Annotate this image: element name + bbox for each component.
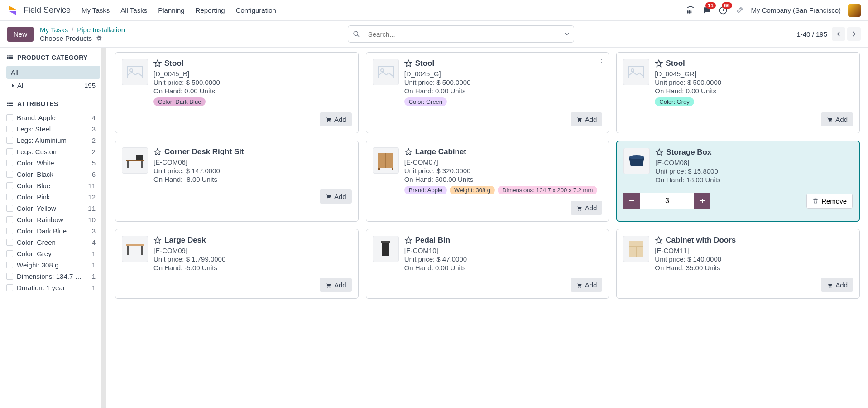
product-name: Large Desk (164, 236, 206, 245)
product-card[interactable]: Stool [D_0045_GR] Unit price: $ 500.0000… (616, 52, 860, 133)
company-name[interactable]: My Company (San Francisco) (751, 6, 841, 14)
svg-rect-24 (378, 66, 393, 78)
product-name: Stool (415, 59, 435, 68)
checkbox[interactable] (6, 137, 13, 144)
product-name: Cabinet with Doors (666, 236, 736, 245)
checkbox[interactable] (6, 160, 13, 166)
attribute-filter[interactable]: Duration: 1 year1 (6, 282, 100, 293)
checkbox[interactable] (6, 126, 13, 132)
attribute-filter[interactable]: Legs: Steel3 (6, 123, 100, 135)
product-card[interactable]: ⋮ Stool [D_0045_G] Unit price: $ 500.000… (366, 52, 609, 133)
add-button[interactable]: Add (571, 201, 603, 215)
checkbox[interactable] (6, 273, 13, 280)
star-icon[interactable] (404, 236, 412, 244)
attribute-filter[interactable]: Color: Dark Blue3 (6, 225, 100, 237)
star-icon[interactable] (404, 148, 412, 156)
attribute-filter[interactable]: Color: Rainbow10 (6, 214, 100, 225)
category-all-row[interactable]: All 195 (6, 79, 100, 92)
gear-icon[interactable] (96, 35, 102, 42)
checkbox[interactable] (6, 262, 13, 268)
add-button[interactable]: Add (821, 278, 853, 292)
add-button[interactable]: Add (571, 112, 603, 126)
star-icon[interactable] (655, 236, 663, 244)
product-card[interactable]: Pedal Bin [E-COM10] Unit price: $ 47.000… (366, 229, 609, 299)
product-card[interactable]: Large Cabinet [E-COM07] Unit price: $ 32… (366, 141, 609, 222)
nav-item[interactable]: My Tasks (82, 6, 110, 14)
checkbox[interactable] (6, 194, 13, 200)
checkbox[interactable] (6, 228, 13, 234)
product-card[interactable]: Stool [D_0045_B] Unit price: $ 500.0000 … (115, 52, 359, 133)
attribute-filter[interactable]: Legs: Custom2 (6, 146, 100, 157)
checkbox[interactable] (6, 284, 13, 291)
attr-count: 2 (92, 136, 96, 144)
breadcrumb-task[interactable]: Pipe Installation (77, 26, 125, 34)
qty-plus-button[interactable] (694, 193, 710, 209)
attribute-filter[interactable]: Weight: 308 g1 (6, 259, 100, 271)
nav-item[interactable]: Configuration (236, 6, 276, 14)
kebab-icon[interactable]: ⋮ (599, 56, 605, 63)
add-button[interactable]: Add (821, 112, 853, 126)
attribute-filter[interactable]: Color: Green4 (6, 237, 100, 248)
attribute-filter[interactable]: Color: Black6 (6, 169, 100, 180)
star-icon[interactable] (404, 59, 412, 68)
checkbox[interactable] (6, 250, 13, 257)
attribute-filter[interactable]: Color: Grey1 (6, 248, 100, 259)
attribute-filter[interactable]: Color: Blue11 (6, 180, 100, 191)
svg-point-60 (829, 287, 830, 287)
pager-text[interactable]: 1-40 / 195 (796, 30, 827, 38)
checkbox[interactable] (6, 171, 13, 178)
breadcrumb-mytasks[interactable]: My Tasks (40, 26, 68, 34)
nav-item[interactable]: Planning (158, 6, 184, 14)
pager-next[interactable] (847, 27, 861, 41)
search-input[interactable] (364, 30, 560, 38)
product-onhand: On Hand: 0.00 Units (404, 87, 603, 95)
checkbox[interactable] (6, 205, 13, 212)
star-icon[interactable] (153, 236, 162, 244)
svg-point-37 (330, 198, 331, 199)
add-button[interactable]: Add (320, 278, 352, 292)
checkbox[interactable] (6, 239, 13, 246)
nav-item[interactable]: All Tasks (120, 6, 147, 14)
product-card[interactable]: Large Desk [E-COM09] Unit price: $ 1,799… (115, 229, 359, 299)
remove-button[interactable]: Remove (806, 194, 853, 209)
add-button[interactable]: Add (320, 112, 352, 126)
avatar[interactable] (848, 4, 861, 17)
checkbox[interactable] (6, 216, 13, 223)
svg-rect-53 (382, 242, 389, 256)
product-card[interactable]: Storage Box [E-COM08] Unit price: $ 15.8… (616, 141, 860, 222)
qty-minus-button[interactable] (623, 193, 640, 209)
add-button[interactable]: Add (320, 189, 352, 204)
attribute-filter[interactable]: Color: White5 (6, 157, 100, 169)
new-button[interactable]: New (7, 27, 34, 42)
attribute-filter[interactable]: Brand: Apple4 (6, 112, 100, 123)
nav-item[interactable]: Reporting (196, 6, 225, 14)
product-name: Storage Box (666, 148, 711, 157)
product-card[interactable]: Corner Desk Right Sit [E-COM06] Unit pri… (115, 141, 359, 222)
chat-icon[interactable]: 11 (702, 6, 711, 15)
product-card[interactable]: Cabinet with Doors [E-COM11] Unit price:… (616, 229, 860, 299)
product-thumb (122, 59, 148, 85)
svg-rect-47 (702, 199, 703, 203)
phone-icon[interactable] (686, 6, 695, 15)
app-logo-icon (7, 5, 18, 16)
attribute-filter[interactable]: Color: Pink12 (6, 191, 100, 203)
attribute-filter[interactable]: Legs: Aluminium2 (6, 135, 100, 146)
product-sku: [D_0045_G] (404, 70, 603, 78)
star-icon[interactable] (153, 148, 162, 156)
checkbox[interactable] (6, 148, 13, 155)
attribute-filter[interactable]: Dimensions: 134.7 x ...1 (6, 271, 100, 282)
star-icon[interactable] (153, 59, 162, 68)
clock-icon[interactable]: 66 (719, 6, 728, 15)
attribute-filter[interactable]: Color: Yellow11 (6, 203, 100, 214)
category-all-active[interactable]: All (6, 66, 100, 79)
pager-prev[interactable] (832, 27, 845, 41)
checkbox[interactable] (6, 114, 13, 121)
wrench-icon[interactable] (735, 6, 744, 15)
star-icon[interactable] (655, 148, 663, 156)
checkbox[interactable] (6, 182, 13, 189)
qty-input[interactable] (640, 193, 694, 209)
app-title[interactable]: Field Service (24, 5, 71, 15)
add-button[interactable]: Add (571, 278, 603, 292)
star-icon[interactable] (655, 59, 663, 68)
search-dropdown[interactable] (560, 26, 574, 42)
